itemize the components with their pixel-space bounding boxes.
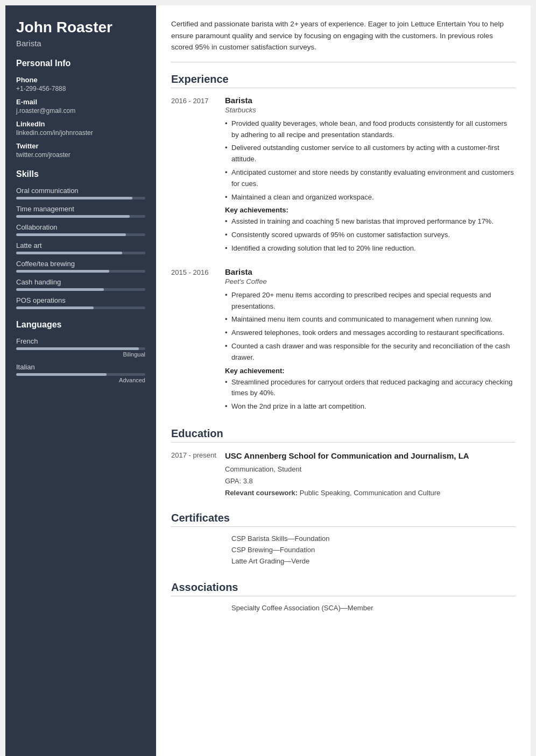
skill-fill-1 [16,215,130,218]
skills-section: Skills Oral communication Time managemen… [16,169,145,309]
education-title: Education [171,427,516,443]
french-bar [16,347,145,350]
languages-title: Languages [16,320,145,330]
skill-bar-4 [16,270,145,273]
twitter-field: Twitter twitter.com/jroaster [16,142,145,159]
achievement-0-1: Consistently scored upwards of 95% on cu… [225,230,516,241]
candidate-title: Barista [16,39,145,48]
entry-content-1: Barista Peet's Coffee Prepared 20+ menu … [225,267,516,415]
language-french: French Bilingual [16,337,145,358]
bullet-0-2: Anticipated customer and store needs by … [225,167,516,190]
linkedin-value: linkedin.com/in/johnroaster [16,129,145,137]
sidebar: John Roaster Barista Personal Info Phone… [5,5,156,756]
cert-item-1: CSP Brewing—Foundation [225,546,516,554]
edu-degree-0: USC Annenberg School for Communication a… [225,450,516,461]
linkedin-label: LinkedIn [16,120,145,128]
associations-title: Associations [171,581,516,596]
associations-section: Associations Specialty Coffee Associatio… [171,581,516,612]
skill-collaboration: Collaboration [16,223,145,236]
entry-company-0: Starbucks [225,106,516,114]
assoc-item-0: Specialty Coffee Association (SCA)—Membe… [225,604,516,612]
certificates-section: Certificates CSP Barista Skills—Foundati… [171,512,516,568]
skill-fill-6 [16,306,94,309]
cert-item-0: CSP Barista Skills—Foundation [225,534,516,543]
italian-fill [16,373,107,376]
skill-time-management: Time management [16,205,145,218]
entry-content-0: Barista Starbucks Provided quality bever… [225,96,516,256]
education-entry-0: 2017 - present USC Annenberg School for … [171,450,516,499]
language-italian: Italian Advanced [16,363,145,383]
skill-bar-1 [16,215,145,218]
entry-company-1: Peet's Coffee [225,277,516,286]
entry-achievements-1: Streamlined procedures for carryout orde… [225,377,516,412]
personal-info-title: Personal Info [16,59,145,68]
skill-pos-operations: POS operations [16,296,145,309]
achievement-0-0: Assisted in training and coaching 5 new … [225,216,516,227]
skill-fill-5 [16,288,104,291]
entry-date-0: 2016 - 2017 [171,96,225,256]
edu-coursework-label: Relevant coursework: [225,489,298,497]
edu-content-0: USC Annenberg School for Communication a… [225,450,516,499]
certificates-title: Certificates [171,512,516,527]
skill-latte-art: Latte art [16,241,145,254]
candidate-name: John Roaster [16,18,145,37]
certificates-entry: CSP Barista Skills—Foundation CSP Brewin… [171,534,516,568]
italian-bar [16,373,145,376]
entry-achievements-0: Assisted in training and coaching 5 new … [225,216,516,254]
phone-label: Phone [16,76,145,84]
skill-label-4: Coffee/tea brewing [16,260,145,268]
entry-bullets-0: Provided quality beverages, whole bean, … [225,118,516,203]
bullet-1-3: Counted a cash drawer and was responsibl… [225,341,516,363]
italian-label: Italian [16,363,145,371]
assoc-content: Specialty Coffee Association (SCA)—Membe… [225,604,516,612]
edu-date-0: 2017 - present [171,450,225,499]
achievements-label-0: Key achievements: [225,206,516,214]
skill-bar-0 [16,197,145,199]
bullet-1-1: Maintained menu item counts and communic… [225,314,516,325]
email-value: j.roaster@gmail.com [16,107,145,115]
entry-jobtitle-0: Barista [225,96,516,105]
skill-fill-4 [16,270,109,273]
bullet-1-2: Answered telephones, took orders and mes… [225,327,516,339]
achievements-label-1: Key achievement: [225,367,516,375]
cert-item-2: Latte Art Grading—Verde [225,557,516,565]
skill-bar-5 [16,288,145,291]
edu-field-0: Communication, Student [225,465,301,473]
bullet-0-1: Delivered outstanding customer service t… [225,142,516,165]
phone-field: Phone +1-299-456-7888 [16,76,145,92]
skill-fill-2 [16,233,126,236]
main-content: Certified and passionate barista with 2+… [156,5,531,756]
experience-entry-0: 2016 - 2017 Barista Starbucks Provided q… [171,96,516,256]
summary-text: Certified and passionate barista with 2+… [171,18,516,62]
achievement-0-2: Identified a crowding solution that led … [225,243,516,254]
skill-label-1: Time management [16,205,145,213]
skill-bar-2 [16,233,145,236]
assoc-date-placeholder [171,604,225,612]
email-label: E-mail [16,98,145,106]
entry-jobtitle-1: Barista [225,267,516,276]
skill-label-5: Cash handling [16,278,145,286]
skill-bar-3 [16,252,145,254]
linkedin-field: LinkedIn linkedin.com/in/johnroaster [16,120,145,137]
skills-title: Skills [16,169,145,179]
twitter-value: twitter.com/jroaster [16,151,145,159]
achievement-1-1: Won the 2nd prize in a latte art competi… [225,401,516,412]
education-section: Education 2017 - present USC Annenberg S… [171,427,516,499]
french-label: French [16,337,145,345]
bullet-1-0: Prepared 20+ menu items according to pre… [225,290,516,312]
cert-content: CSP Barista Skills—Foundation CSP Brewin… [225,534,516,568]
skill-bar-6 [16,306,145,309]
entry-date-1: 2015 - 2016 [171,267,225,415]
italian-level: Advanced [16,377,145,383]
skill-fill-3 [16,252,122,254]
skill-oral-communication: Oral communication [16,187,145,199]
twitter-label: Twitter [16,142,145,150]
skill-coffee-brewing: Coffee/tea brewing [16,260,145,273]
french-fill [16,347,139,350]
bullet-0-0: Provided quality beverages, whole bean, … [225,118,516,141]
resume-container: John Roaster Barista Personal Info Phone… [5,5,531,756]
phone-value: +1-299-456-7888 [16,85,145,92]
edu-coursework-0: Public Speaking, Communication and Cultu… [300,489,441,497]
skill-fill-0 [16,197,132,199]
languages-section: Languages French Bilingual Italian Advan… [16,320,145,383]
